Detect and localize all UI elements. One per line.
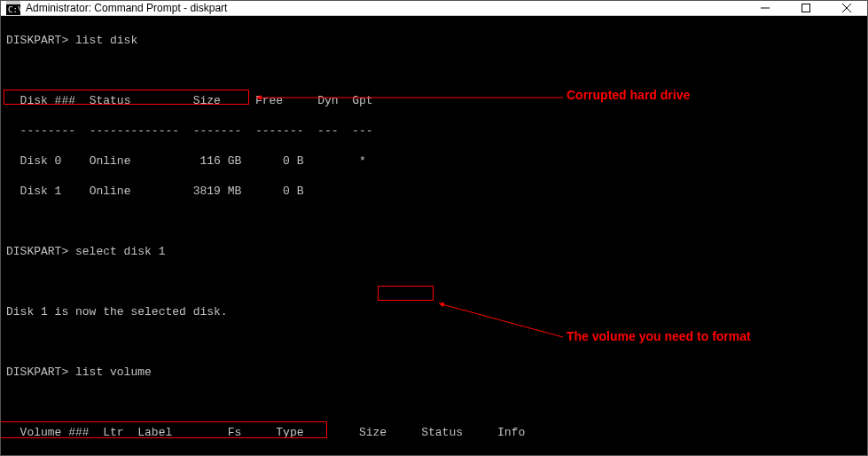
window-controls bbox=[745, 1, 867, 15]
annotation-arrows bbox=[1, 16, 867, 455]
svg-rect-4 bbox=[802, 4, 810, 12]
cmd-icon: C:\ bbox=[6, 1, 20, 15]
svg-text:C:\: C:\ bbox=[8, 5, 20, 14]
output-text: Disk 1 is now the selected disk. bbox=[6, 304, 862, 319]
maximize-button[interactable] bbox=[786, 1, 826, 15]
svg-rect-1 bbox=[6, 1, 20, 4]
prompt: DISKPART> bbox=[6, 34, 75, 47]
prompt: DISKPART> bbox=[6, 245, 75, 258]
command-text: list volume bbox=[75, 366, 152, 379]
volume-table-header: Volume ### Ltr Label Fs Type Size Status… bbox=[6, 425, 862, 440]
minimize-button[interactable] bbox=[745, 1, 786, 15]
close-button[interactable] bbox=[826, 1, 867, 15]
titlebar: C:\ Administrator: Command Prompt - disk… bbox=[1, 1, 867, 16]
command-text: list disk bbox=[75, 34, 137, 47]
terminal[interactable]: DISKPART> list disk Disk ### Status Size… bbox=[1, 16, 867, 455]
disk-row: Disk 1 Online 3819 MB 0 B bbox=[6, 184, 862, 199]
disk-row: Disk 0 Online 116 GB 0 B * bbox=[6, 153, 862, 169]
disk-table-sep: -------- ------------- ------- ------- -… bbox=[6, 123, 862, 138]
command-text: select disk 1 bbox=[75, 245, 165, 258]
disk-table-header: Disk ### Status Size Free Dyn Gpt bbox=[6, 93, 862, 108]
cmd-window: C:\ Administrator: Command Prompt - disk… bbox=[0, 0, 868, 456]
window-title: Administrator: Command Prompt - diskpart bbox=[26, 2, 227, 14]
prompt: DISKPART> bbox=[6, 366, 75, 379]
